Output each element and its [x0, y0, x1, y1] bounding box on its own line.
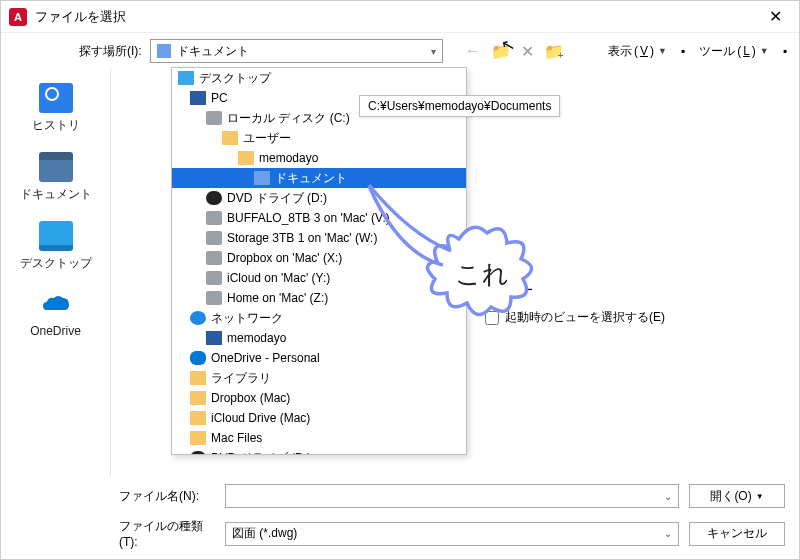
disk-icon	[206, 271, 222, 285]
history-icon	[39, 83, 73, 113]
pc-icon	[206, 331, 222, 345]
chevron-down-icon: ⌄	[664, 491, 672, 502]
tree-item[interactable]: Mac Files	[172, 428, 466, 448]
net-icon	[190, 311, 206, 325]
tree-item-label: Home on 'Mac' (Z:)	[227, 289, 328, 307]
filename-label: ファイル名(N):	[119, 488, 215, 505]
document-icon	[157, 44, 171, 58]
folder-icon	[238, 151, 254, 165]
sidebar: ヒストリ ドキュメント デスクトップ OneDrive	[1, 69, 111, 476]
sidebar-item-desktop[interactable]: デスクトップ	[20, 221, 92, 272]
folder-icon	[190, 391, 206, 405]
sidebar-item-history[interactable]: ヒストリ	[32, 83, 80, 134]
tree-item-label: BUFFALO_8TB 3 on 'Mac' (V:)	[227, 209, 390, 227]
lookin-label: 探す場所(I):	[79, 43, 142, 60]
documents-icon	[39, 152, 73, 182]
doc-icon	[254, 171, 270, 185]
tree-item-label: DVD ドライブ (D:)	[227, 189, 327, 207]
titlebar: A ファイルを選択 ✕	[1, 1, 799, 33]
lookin-combo[interactable]: ドキュメント ▾ ↖	[150, 39, 443, 63]
folder-icon	[222, 131, 238, 145]
dvd-icon	[206, 191, 222, 205]
filetype-select[interactable]: 図面 (*.dwg) ⌄	[225, 522, 679, 546]
tools-menu[interactable]: ツール(L) ▼	[693, 41, 775, 62]
tree-item-label: OneDrive - Personal	[211, 349, 320, 367]
new-folder-icon[interactable]: 📁+	[544, 42, 564, 61]
chevron-down-icon: ▼	[658, 46, 667, 56]
cloud-icon	[190, 351, 206, 365]
cancel-button[interactable]: キャンセル	[689, 522, 785, 546]
tree-item-label: ネットワーク	[211, 309, 283, 327]
dvd-icon	[190, 451, 206, 455]
tree-item[interactable]: ユーザー	[172, 128, 466, 148]
tree-item-label: memodayo	[259, 149, 318, 167]
tree-item-label: Dropbox on 'Mac' (X:)	[227, 249, 342, 267]
tree-item-label: PC	[211, 89, 228, 107]
filename-input[interactable]: ⌄	[225, 484, 679, 508]
delete-icon[interactable]: ✕	[521, 42, 534, 61]
tree-item[interactable]: ライブラリ	[172, 368, 466, 388]
tree-item[interactable]: デスクトップ	[172, 68, 466, 88]
filetype-label: ファイルの種類(T):	[119, 518, 215, 549]
path-tooltip: C:¥Users¥memodayo¥Documents	[359, 95, 560, 117]
desktop-icon	[178, 71, 194, 85]
desktop-icon	[39, 221, 73, 251]
tree-item-label: デスクトップ	[199, 69, 271, 87]
tree-item[interactable]: DVD ドライブ (D:)	[172, 448, 466, 455]
app-icon: A	[9, 8, 27, 26]
open-button[interactable]: 開く(O) ▼	[689, 484, 785, 508]
tree-item[interactable]: iCloud Drive (Mac)	[172, 408, 466, 428]
disk-icon	[206, 111, 222, 125]
tree-item[interactable]: Dropbox (Mac)	[172, 388, 466, 408]
folder-icon	[190, 411, 206, 425]
chevron-down-icon: ⌄	[664, 528, 672, 539]
disk-icon	[206, 231, 222, 245]
tree-item-label: ライブラリ	[211, 369, 271, 387]
chevron-down-icon: ▼	[760, 46, 769, 56]
tree-item[interactable]: memodayo	[172, 148, 466, 168]
window-title: ファイルを選択	[35, 8, 759, 26]
folder-icon	[190, 431, 206, 445]
lookin-value: ドキュメント	[177, 43, 249, 60]
tree-item-label: Mac Files	[211, 429, 262, 447]
disk-icon	[206, 291, 222, 305]
tree-item-label: DVD ドライブ (D:)	[211, 449, 311, 455]
tree-item-label: Storage 3TB 1 on 'Mac' (W:)	[227, 229, 377, 247]
onedrive-icon	[39, 290, 73, 320]
sidebar-item-documents[interactable]: ドキュメント	[20, 152, 92, 203]
tree-item-label: memodayo	[227, 329, 286, 347]
tree-item-label: ユーザー	[243, 129, 291, 147]
tree-item-label: ローカル ディスク (C:)	[227, 109, 350, 127]
tree-item-label: Dropbox (Mac)	[211, 389, 290, 407]
back-icon[interactable]: ←	[465, 42, 481, 60]
disk-icon	[206, 251, 222, 265]
toolbar: 探す場所(I): ドキュメント ▾ ↖ ← 📁 ✕ 📁+ 表示(V) ▼ ▪ ツ…	[1, 33, 799, 69]
tree-item-label: iCloud Drive (Mac)	[211, 409, 310, 427]
view-menu[interactable]: 表示(V) ▼	[602, 41, 673, 62]
chevron-down-icon: ▼	[756, 492, 764, 501]
sidebar-item-onedrive[interactable]: OneDrive	[30, 290, 81, 338]
tree-item-label: ドキュメント	[275, 169, 347, 187]
callout-annotation: これ	[399, 179, 569, 352]
disk-icon	[206, 211, 222, 225]
callout-text: これ	[455, 257, 509, 292]
pc-icon	[190, 91, 206, 105]
tree-item-label: iCloud on 'Mac' (Y:)	[227, 269, 330, 287]
close-icon[interactable]: ✕	[759, 7, 791, 26]
chevron-down-icon: ▾	[431, 46, 436, 57]
folder-icon	[190, 371, 206, 385]
